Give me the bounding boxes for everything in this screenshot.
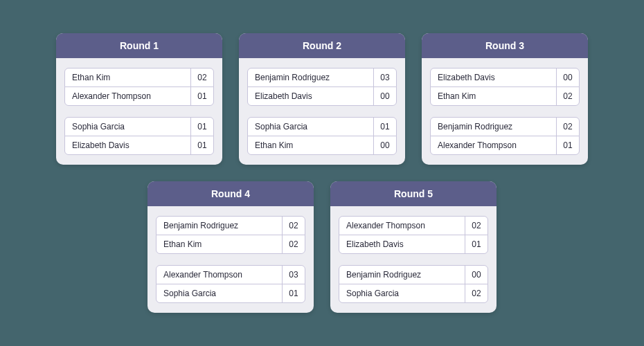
- player-row: Alexander Thompson 02: [339, 216, 488, 235]
- round-title: Round 2: [239, 33, 405, 58]
- player-name: Ethan Kim: [431, 87, 557, 105]
- player-score: 01: [374, 118, 396, 136]
- player-name: Sophia Garcia: [156, 284, 283, 302]
- round-body: Benjamin Rodriguez 02 Ethan Kim 02 Alexa…: [147, 206, 314, 313]
- player-name: Ethan Kim: [156, 235, 283, 253]
- match: Ethan Kim 02 Alexander Thompson 01: [64, 68, 214, 106]
- player-score: 00: [374, 136, 396, 154]
- player-row: Elizabeth Davis 01: [64, 136, 214, 155]
- player-score: 02: [557, 118, 579, 136]
- player-score: 01: [191, 87, 213, 105]
- player-score: 03: [283, 266, 305, 284]
- player-row: Elizabeth Davis 00: [430, 68, 580, 87]
- player-row: Sophia Garcia 01: [247, 117, 397, 136]
- round-title: Round 1: [56, 33, 222, 58]
- player-row: Alexander Thompson 03: [156, 265, 305, 284]
- match: Benjamin Rodriguez 02 Ethan Kim 02: [156, 216, 305, 254]
- round-body: Ethan Kim 02 Alexander Thompson 01 Sophi…: [56, 58, 222, 165]
- player-row: Ethan Kim 02: [430, 86, 580, 106]
- round-card-2: Round 2 Benjamin Rodriguez 03 Elizabeth …: [239, 33, 405, 165]
- rounds-row-2: Round 4 Benjamin Rodriguez 02 Ethan Kim …: [147, 181, 497, 313]
- player-row: Sophia Garcia 01: [64, 117, 214, 136]
- player-score: 01: [191, 118, 213, 136]
- player-score: 01: [191, 136, 213, 154]
- player-name: Elizabeth Davis: [431, 69, 557, 86]
- player-score: 00: [465, 266, 488, 284]
- player-row: Benjamin Rodriguez 03: [247, 68, 397, 87]
- match: Sophia Garcia 01 Elizabeth Davis 01: [64, 117, 214, 155]
- player-score: 02: [465, 217, 488, 235]
- player-name: Benjamin Rodriguez: [339, 266, 465, 284]
- match: Alexander Thompson 02 Elizabeth Davis 01: [339, 216, 488, 254]
- player-score: 02: [465, 284, 488, 302]
- player-name: Alexander Thompson: [339, 217, 465, 235]
- match: Alexander Thompson 03 Sophia Garcia 01: [156, 265, 305, 303]
- player-name: Alexander Thompson: [65, 87, 191, 105]
- round-body: Benjamin Rodriguez 03 Elizabeth Davis 00…: [239, 58, 405, 165]
- player-row: Elizabeth Davis 01: [339, 235, 488, 254]
- player-row: Benjamin Rodriguez 02: [430, 117, 580, 136]
- rounds-row-1: Round 1 Ethan Kim 02 Alexander Thompson …: [56, 33, 588, 165]
- round-title: Round 4: [147, 181, 314, 206]
- player-name: Ethan Kim: [65, 69, 191, 86]
- round-card-4: Round 4 Benjamin Rodriguez 02 Ethan Kim …: [147, 181, 314, 313]
- player-score: 02: [191, 69, 213, 86]
- player-row: Alexander Thompson 01: [64, 86, 214, 106]
- player-score: 03: [374, 69, 396, 86]
- player-score: 02: [283, 217, 305, 235]
- player-name: Elizabeth Davis: [65, 136, 191, 154]
- round-title: Round 3: [422, 33, 588, 58]
- player-row: Sophia Garcia 02: [339, 284, 488, 303]
- player-name: Sophia Garcia: [65, 118, 191, 136]
- player-score: 00: [374, 87, 396, 105]
- player-score: 01: [283, 284, 305, 302]
- round-card-1: Round 1 Ethan Kim 02 Alexander Thompson …: [56, 33, 222, 165]
- match: Benjamin Rodriguez 03 Elizabeth Davis 00: [247, 68, 397, 106]
- round-body: Elizabeth Davis 00 Ethan Kim 02 Benjamin…: [422, 58, 588, 165]
- player-score: 01: [557, 136, 579, 154]
- match: Benjamin Rodriguez 02 Alexander Thompson…: [430, 117, 580, 155]
- player-name: Elizabeth Davis: [339, 235, 465, 253]
- player-row: Alexander Thompson 01: [430, 136, 580, 155]
- player-name: Sophia Garcia: [339, 284, 465, 302]
- player-name: Ethan Kim: [248, 136, 374, 154]
- match: Elizabeth Davis 00 Ethan Kim 02: [430, 68, 580, 106]
- player-name: Benjamin Rodriguez: [248, 69, 374, 86]
- round-title: Round 5: [330, 181, 497, 206]
- player-score: 01: [465, 235, 488, 253]
- round-card-3: Round 3 Elizabeth Davis 00 Ethan Kim 02 …: [422, 33, 588, 165]
- match: Benjamin Rodriguez 00 Sophia Garcia 02: [339, 265, 488, 303]
- match: Sophia Garcia 01 Ethan Kim 00: [247, 117, 397, 155]
- player-name: Benjamin Rodriguez: [431, 118, 557, 136]
- player-score: 02: [283, 235, 305, 253]
- player-row: Benjamin Rodriguez 00: [339, 265, 488, 284]
- player-score: 00: [557, 69, 579, 86]
- player-row: Elizabeth Davis 00: [247, 86, 397, 106]
- player-row: Benjamin Rodriguez 02: [156, 216, 305, 235]
- player-name: Sophia Garcia: [248, 118, 374, 136]
- player-name: Elizabeth Davis: [248, 87, 374, 105]
- round-body: Alexander Thompson 02 Elizabeth Davis 01…: [330, 206, 497, 313]
- player-row: Ethan Kim 02: [156, 235, 305, 254]
- player-score: 02: [557, 87, 579, 105]
- player-name: Alexander Thompson: [156, 266, 283, 284]
- round-card-5: Round 5 Alexander Thompson 02 Elizabeth …: [330, 181, 497, 313]
- player-row: Sophia Garcia 01: [156, 284, 305, 303]
- player-row: Ethan Kim 02: [64, 68, 214, 87]
- player-row: Ethan Kim 00: [247, 136, 397, 155]
- player-name: Benjamin Rodriguez: [156, 217, 283, 235]
- player-name: Alexander Thompson: [431, 136, 557, 154]
